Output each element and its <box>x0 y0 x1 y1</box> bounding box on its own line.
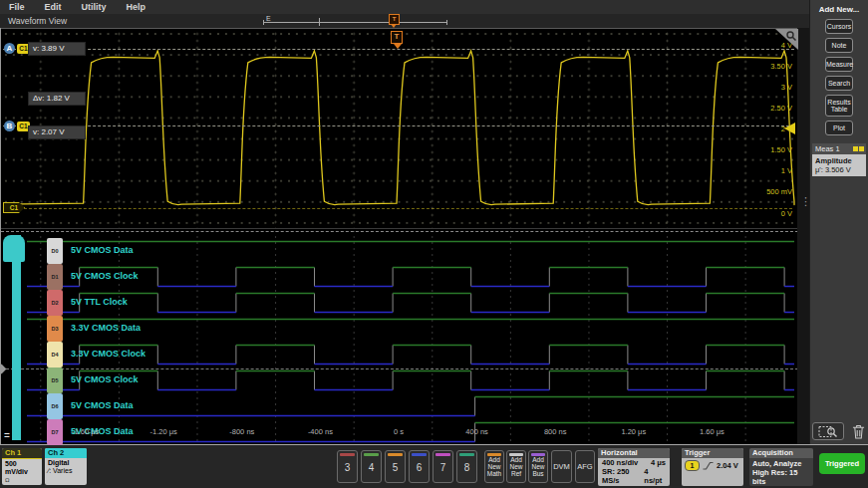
acquisition-badge[interactable]: Acquisition Auto, Analyze High Res: 15 b… <box>749 448 813 486</box>
panel-splitter[interactable]: ⋮ <box>797 28 809 444</box>
digital-group-grab-tab[interactable] <box>3 235 25 262</box>
channel-button-label: 7 <box>434 456 452 480</box>
time-axis-label: -1.60 μs <box>58 427 114 436</box>
search-button[interactable]: Search <box>825 76 853 91</box>
ch1-bandwidth: 100 MHz <box>5 484 39 485</box>
measurement-card[interactable]: Meas 1 Amplitude μ': 3.506 V <box>812 143 866 176</box>
trigger-position-flag[interactable]: T <box>391 31 403 44</box>
acquisition-mode: Auto, Analyze <box>752 459 810 468</box>
add-new-bus-button[interactable]: Add New Bus <box>528 450 548 483</box>
ch1-impedance-icon: Ω <box>5 476 39 484</box>
horizontal-info-row: SR: 250 MS/s4 ns/pt <box>598 467 670 485</box>
digital-row-d3[interactable]: D33.3V CMOS Data <box>1 318 798 342</box>
channel-8-button[interactable]: 8 <box>456 450 477 483</box>
trigger-position-arrow-icon <box>394 44 402 49</box>
horizontal-value: SR: 250 MS/s <box>602 467 644 485</box>
channel-button-label: 8 <box>457 456 476 480</box>
digital-group-grip-icon[interactable]: = <box>4 430 10 441</box>
measure-button[interactable]: Measure <box>825 57 853 72</box>
menu-file[interactable]: File <box>9 2 25 12</box>
record-view-bar[interactable] <box>263 20 447 25</box>
menu-edit[interactable]: Edit <box>45 2 62 12</box>
digital-row-d2[interactable]: D25V TTL Clock <box>1 292 798 316</box>
analog-graticule[interactable]: A C1 v: 3.89 V Δv: 1.82 V B C1 v: 2.07 V… <box>1 28 798 229</box>
time-axis-label: -800 ns <box>214 427 270 436</box>
note-button[interactable]: Note <box>825 38 853 53</box>
digital-wave-d1 <box>25 266 794 288</box>
ch2-badge[interactable]: Ch 2 Digital ∕: Varies <box>45 448 87 485</box>
time-axis-label: 800 ns <box>527 427 583 436</box>
digital-channel-badge-d5[interactable]: D5 <box>47 367 63 393</box>
channel-button-label: 6 <box>410 456 429 480</box>
menu-help[interactable]: Help <box>127 2 146 12</box>
ch1-badge[interactable]: Ch 1 500 mV/div Ω 100 MHz <box>2 448 42 485</box>
cursor-a-line[interactable] <box>3 49 794 50</box>
digital-channel-badge-d4[interactable]: D4 <box>47 342 63 367</box>
acquisition-badge-header: Acquisition <box>749 448 813 458</box>
plot-button[interactable]: Plot <box>825 121 853 135</box>
channel-5-button[interactable]: 5 <box>385 450 406 483</box>
trigger-badge-header: Trigger <box>682 448 743 458</box>
trigger-level-arrow-icon[interactable] <box>784 122 795 134</box>
digital-row-d0[interactable]: D05V CMOS Data <box>1 240 798 264</box>
digital-row-d5[interactable]: D55V CMOS Clock <box>1 369 798 393</box>
zoom-box-magnifier-icon <box>818 425 838 438</box>
channel-7-button[interactable]: 7 <box>433 450 453 483</box>
measurement-card-header[interactable]: Meas 1 <box>812 143 866 154</box>
acquisition-resolution: High Res: 15 bits <box>752 468 810 486</box>
digital-channel-label: 5V CMOS Data <box>71 400 134 410</box>
bottom-bar: Ch 1 500 mV/div Ω 100 MHz Ch 2 Digital ∕… <box>0 444 868 488</box>
trigger-status-button[interactable]: Triggered <box>819 453 865 474</box>
add-new-title: Add New... <box>810 5 868 14</box>
digital-channel-label: 5V CMOS Clock <box>71 271 139 281</box>
dvm-button[interactable]: DVM <box>551 450 572 483</box>
measurement-value: μ': 3.506 V <box>815 165 863 174</box>
delete-button[interactable] <box>850 422 867 440</box>
voltage-scale-label: 1.50 V <box>742 145 792 154</box>
time-axis-label: 1.60 μs <box>684 427 739 436</box>
digital-channel-label: 5V TTL Clock <box>71 297 128 307</box>
channel-3-button[interactable]: 3 <box>337 450 358 483</box>
digital-channel-badge-d6[interactable]: D6 <box>47 393 63 419</box>
voltage-scale-label: 2.50 V <box>742 104 792 113</box>
add-button-label: Add New Math <box>485 456 503 477</box>
digital-channel-badge-d3[interactable]: D3 <box>47 316 63 342</box>
digital-channel-badge-d2[interactable]: D2 <box>47 290 63 316</box>
digital-channel-badge-d0[interactable]: D0 <box>47 238 63 264</box>
add-button-label: Add New Bus <box>529 456 547 477</box>
digital-row-d6[interactable]: D65V CMOS Data <box>1 395 798 419</box>
voltage-scale-label: 3 V <box>742 83 792 92</box>
tab-waveform-view[interactable]: Waveform View <box>8 16 67 26</box>
horizontal-value: 400 ns/div <box>602 458 638 467</box>
cursors-button[interactable]: Cursors <box>825 19 853 34</box>
results-table-button[interactable]: Results Table <box>825 95 853 117</box>
channel-6-button[interactable]: 6 <box>409 450 430 483</box>
digital-row-d1[interactable]: D15V CMOS Clock <box>1 266 798 290</box>
add-new-ref-button[interactable]: Add New Ref <box>506 450 526 483</box>
digital-graticule[interactable]: = D05V CMOS DataD15V CMOS ClockD25V TTL … <box>1 231 798 444</box>
oscilloscope-screen: FileEditUtilityHelp Waveform View E T A … <box>0 0 868 488</box>
ch1-trace[interactable] <box>1 29 798 230</box>
add-new-math-button[interactable]: Add New Math <box>484 450 504 483</box>
horizontal-info-row: 400 ns/div4 μs <box>598 458 670 467</box>
right-panel: Add New... CursorsNoteMeasureSearchResul… <box>809 0 868 444</box>
digital-wave-d5 <box>25 369 794 391</box>
menu-bar: FileEditUtilityHelp <box>0 0 868 14</box>
trigger-badge[interactable]: Trigger 1 2.04 V <box>682 448 743 486</box>
digital-channel-label: 3.3V CMOS Clock <box>71 349 145 359</box>
afg-button[interactable]: AFG <box>575 450 595 483</box>
trigger-source-chip: 1 <box>685 460 700 471</box>
digital-channel-badge-d1[interactable]: D1 <box>47 264 63 290</box>
channel-4-button[interactable]: 4 <box>361 450 382 483</box>
digital-row-d4[interactable]: D43.3V CMOS Clock <box>1 344 798 367</box>
right-panel-tools <box>810 421 868 443</box>
time-axis-label: 0 s <box>371 427 427 436</box>
ch1-scale: 500 mV/div <box>5 460 39 476</box>
zoom-mode-button[interactable] <box>812 422 844 440</box>
horizontal-value: RL: 1 kpts <box>602 485 638 486</box>
menu-utility[interactable]: Utility <box>82 2 107 12</box>
time-axis-label: -1.20 μs <box>136 427 191 436</box>
cursor-b-line[interactable] <box>3 125 794 126</box>
digital-group-bar[interactable] <box>12 235 21 440</box>
horizontal-badge[interactable]: Horizontal 400 ns/div4 μsSR: 250 MS/s4 n… <box>598 448 670 486</box>
